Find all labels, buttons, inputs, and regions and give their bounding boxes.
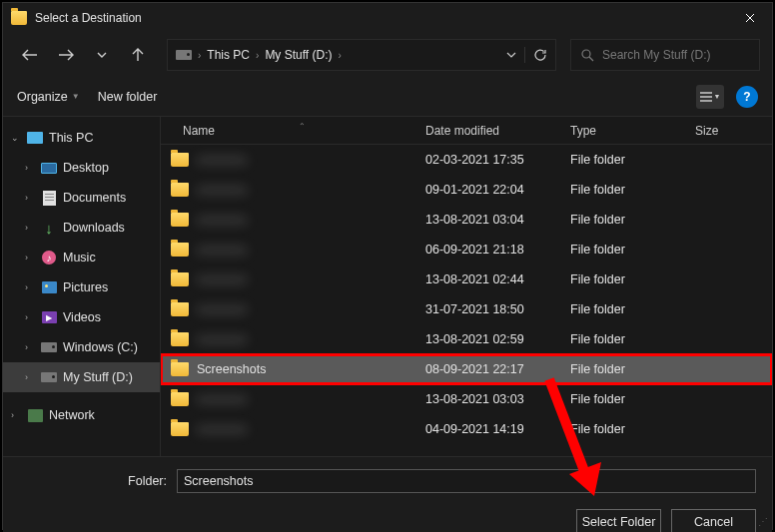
cell-type: File folder (570, 272, 695, 286)
chevron-right-icon: › (25, 312, 35, 322)
list-header: Name ⌃ Date modified Type Size (161, 117, 772, 145)
table-row[interactable]: Screenshots08-09-2021 22:17File folder (161, 354, 772, 384)
column-date[interactable]: Date modified (425, 124, 570, 138)
cell-type: File folder (570, 213, 695, 227)
folder-icon (11, 11, 27, 25)
chevron-down-icon[interactable] (506, 52, 516, 58)
forward-button[interactable] (51, 40, 81, 70)
cell-name: xxxxxxxx (171, 392, 425, 406)
downloads-icon: ↓ (41, 220, 57, 236)
list-body: xxxxxxxx02-03-2021 17:35File folderxxxxx… (161, 145, 772, 444)
drive-icon (41, 372, 57, 382)
pictures-icon (42, 281, 57, 293)
caret-down-icon: ▼ (72, 92, 80, 101)
view-button[interactable]: ▼ (696, 85, 724, 109)
refresh-icon[interactable] (533, 48, 547, 62)
cell-type: File folder (570, 243, 695, 257)
cell-date: 08-09-2021 22:17 (425, 362, 570, 376)
column-name[interactable]: Name ⌃ (171, 124, 425, 138)
folder-icon (171, 392, 189, 406)
cell-type: File folder (570, 302, 695, 316)
close-button[interactable] (727, 3, 772, 33)
footer: Folder: Select Folder Cancel (3, 456, 772, 532)
cell-date: 13-08-2021 03:03 (425, 392, 570, 406)
chevron-right-icon: › (25, 253, 35, 263)
folder-icon (171, 213, 189, 227)
cell-type: File folder (570, 153, 695, 167)
cell-name: xxxxxxxx (171, 243, 425, 257)
close-icon (745, 13, 755, 23)
folder-row: Folder: (19, 469, 756, 493)
table-row[interactable]: xxxxxxxx09-01-2021 22:04File folder (161, 175, 772, 205)
tree-drive-d[interactable]: › My Stuff (D:) (3, 362, 160, 392)
pc-icon (27, 132, 43, 144)
folder-icon (171, 243, 189, 257)
search-placeholder: Search My Stuff (D:) (602, 48, 710, 62)
tree-videos[interactable]: › ▶ Videos (3, 302, 160, 332)
folder-icon (171, 183, 189, 197)
chevron-right-icon: › (25, 372, 35, 382)
tree-pictures[interactable]: › Pictures (3, 272, 160, 302)
back-button[interactable] (15, 40, 45, 70)
breadcrumb-drive[interactable]: My Stuff (D:) (265, 48, 332, 62)
column-size[interactable]: Size (695, 124, 772, 138)
chevron-right-icon: › (11, 410, 21, 420)
cell-type: File folder (570, 362, 695, 376)
chevron-right-icon: › (198, 50, 201, 61)
cell-date: 02-03-2021 17:35 (425, 153, 570, 167)
resize-grip[interactable]: ⋰ (758, 516, 768, 527)
navbar: › This PC › My Stuff (D:) › Search My St… (3, 33, 772, 77)
folder-icon (171, 332, 189, 346)
documents-icon (43, 191, 56, 206)
cell-date: 09-01-2021 22:04 (425, 183, 570, 197)
help-button[interactable]: ? (736, 86, 758, 108)
organize-button[interactable]: Organize ▼ (17, 90, 80, 104)
folder-icon (171, 272, 189, 286)
tree-downloads[interactable]: › ↓ Downloads (3, 213, 160, 243)
new-folder-button[interactable]: New folder (98, 90, 158, 104)
cell-name: xxxxxxxx (171, 272, 425, 286)
cancel-button[interactable]: Cancel (671, 509, 756, 532)
cell-date: 04-09-2021 14:19 (425, 422, 570, 436)
table-row[interactable]: xxxxxxxx06-09-2021 21:18File folder (161, 235, 772, 265)
cell-date: 31-07-2021 18:50 (425, 302, 570, 316)
tree-drive-c[interactable]: › Windows (C:) (3, 332, 160, 362)
table-row[interactable]: xxxxxxxx13-08-2021 02:44File folder (161, 265, 772, 294)
tree-music[interactable]: › ♪ Music (3, 243, 160, 272)
cell-date: 13-08-2021 02:59 (425, 332, 570, 346)
tree-desktop[interactable]: › Desktop (3, 153, 160, 183)
recent-button[interactable] (87, 40, 117, 70)
search-input[interactable]: Search My Stuff (D:) (570, 39, 760, 71)
folder-input[interactable] (177, 469, 756, 493)
breadcrumb-thispc[interactable]: This PC (207, 48, 250, 62)
up-button[interactable] (123, 40, 153, 70)
tree-thispc[interactable]: ⌄ This PC (3, 123, 160, 153)
list-view-icon (700, 92, 712, 102)
cell-type: File folder (570, 332, 695, 346)
table-row[interactable]: xxxxxxxx31-07-2021 18:50File folder (161, 294, 772, 324)
cell-name: xxxxxxxx (171, 153, 425, 167)
tree-network[interactable]: › Network (3, 400, 160, 430)
tree-documents[interactable]: › Documents (3, 183, 160, 213)
address-bar[interactable]: › This PC › My Stuff (D:) › (167, 39, 556, 71)
cell-type: File folder (570, 183, 695, 197)
nav-tree: ⌄ This PC › Desktop › Documents › ↓ Down… (3, 117, 161, 456)
list-view: Name ⌃ Date modified Type Size xxxxxxxx0… (161, 117, 772, 456)
table-row[interactable]: xxxxxxxx04-09-2021 14:19File folder (161, 414, 772, 444)
chevron-right-icon: › (25, 193, 35, 203)
table-row[interactable]: xxxxxxxx13-08-2021 03:04File folder (161, 205, 772, 235)
table-row[interactable]: xxxxxxxx13-08-2021 03:03File folder (161, 384, 772, 414)
table-row[interactable]: xxxxxxxx13-08-2021 02:59File folder (161, 324, 772, 354)
caret-down-icon: ▼ (714, 93, 721, 100)
chevron-down-icon: ⌄ (11, 133, 21, 143)
svg-point-0 (582, 50, 590, 58)
select-folder-button[interactable]: Select Folder (576, 509, 661, 532)
table-row[interactable]: xxxxxxxx02-03-2021 17:35File folder (161, 145, 772, 175)
column-type[interactable]: Type (570, 124, 695, 138)
folder-icon (171, 422, 189, 436)
dialog-window: Select a Destination › This PC › My Stuf… (2, 2, 773, 530)
cell-date: 06-09-2021 21:18 (425, 243, 570, 257)
cell-date: 13-08-2021 02:44 (425, 272, 570, 286)
cell-date: 13-08-2021 03:04 (425, 213, 570, 227)
chevron-down-icon (97, 52, 107, 58)
